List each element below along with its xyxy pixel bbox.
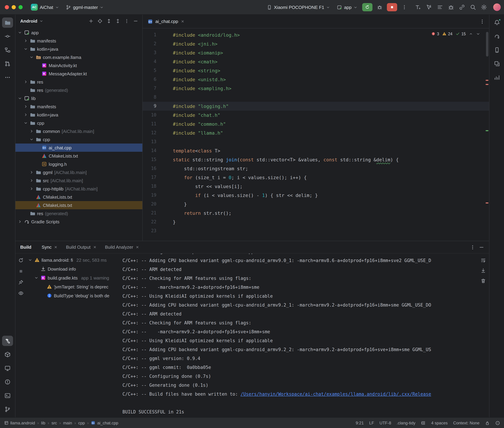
more-run-actions-icon[interactable] [399, 3, 410, 12]
close-tab-icon[interactable] [136, 245, 139, 249]
tree-item[interactable]: cpp [16, 119, 142, 127]
settings-gear-icon[interactable] [479, 2, 489, 12]
code-line[interactable]: #include "chat.h" [165, 111, 489, 120]
run-button[interactable] [362, 3, 372, 11]
tree-item[interactable]: kotlin+java [16, 111, 142, 119]
locate-file-icon[interactable] [96, 17, 104, 25]
line-number[interactable]: 2 [143, 39, 165, 48]
code-line[interactable]: template<class T> [165, 146, 489, 155]
close-window-button[interactable] [5, 5, 9, 9]
project-widget[interactable]: AC AiChat [28, 2, 62, 12]
logcat-tool-icon[interactable] [2, 363, 13, 373]
build-tree-item[interactable]: Download info [26, 264, 119, 273]
indent-size[interactable]: 4 spaces [431, 420, 448, 425]
vcs-branch-widget[interactable]: ggml-master [63, 3, 106, 11]
next-problem-icon[interactable] [476, 32, 480, 36]
build-tool-icon[interactable] [2, 336, 13, 346]
prev-problem-icon[interactable] [469, 32, 473, 36]
build-tab[interactable]: Build Output [62, 241, 101, 253]
breadcrumb-item[interactable]: main [63, 420, 72, 425]
line-number[interactable]: 23 [143, 226, 165, 235]
tree-item[interactable]: com.example.llama [16, 53, 142, 61]
code-line[interactable]: #include <sampling.h> [165, 84, 489, 93]
zoom-window-button[interactable] [18, 5, 23, 9]
run-configuration-selector[interactable]: app [334, 3, 360, 11]
terminal-tool-icon[interactable] [2, 390, 13, 401]
rerun-sync-icon[interactable] [17, 256, 25, 264]
tree-item[interactable]: res [16, 78, 142, 86]
code-line[interactable]: #include "llama.h" [165, 128, 489, 137]
task-list-icon[interactable] [435, 2, 445, 12]
build-options-icon[interactable] [469, 243, 477, 251]
close-tab-icon[interactable] [180, 19, 184, 23]
build-tree-item[interactable]: BuildType 'debug' is both de [26, 291, 119, 300]
line-number[interactable]: 12 [143, 128, 165, 137]
breadcrumb-item[interactable]: lib [41, 420, 45, 425]
build-tree-item[interactable]: 'jvmTarget: String' is deprec [26, 282, 119, 291]
line-number[interactable]: 11 [143, 120, 165, 128]
line-number[interactable]: 20 [143, 200, 165, 209]
device-selector[interactable]: Xiaomi POCOPHONE F1 [264, 3, 333, 11]
code-line[interactable]: #include <unistd.h> [165, 75, 489, 84]
running-devices-tool-icon[interactable] [491, 58, 502, 69]
chevron-right-icon[interactable] [17, 220, 22, 224]
editor-options-icon[interactable] [478, 18, 486, 25]
chevron-down-icon[interactable] [17, 96, 22, 100]
tree-item[interactable]: CMakeLists.txt [16, 152, 142, 160]
chevron-down-icon[interactable] [28, 258, 33, 262]
build-tree-item[interactable]: Kbuild.gradle.ktsapp 1 warning [26, 273, 119, 282]
tree-item[interactable]: manifests [16, 102, 142, 111]
code-style-icon[interactable] [421, 420, 426, 425]
code-line[interactable]: #include <cmath> [165, 57, 489, 66]
line-number[interactable]: 22 [143, 217, 165, 226]
code-line[interactable]: std::ostringstream str; [165, 164, 489, 173]
code-line[interactable]: static std::string join(const std::vecto… [165, 155, 489, 164]
console-link[interactable]: /Users/hanyin/Workspace/ai-chat/examples… [241, 392, 431, 397]
file-encoding[interactable]: UTF-8 [379, 420, 391, 425]
hide-build-panel-icon[interactable] [478, 243, 486, 251]
tree-item[interactable]: res (generated) [16, 86, 142, 94]
inspection-widget[interactable]: 32415 [430, 31, 482, 37]
lock-icon[interactable] [485, 420, 490, 425]
breadcrumb-item[interactable]: C+ai_chat.cpp [91, 420, 118, 425]
line-number[interactable]: 21 [143, 209, 165, 217]
tree-item[interactable]: kotlin+java [16, 45, 142, 53]
build-tree-item[interactable]: llama.android: fi22 sec, 583 ms [26, 255, 119, 264]
line-number[interactable]: 16 [143, 164, 165, 173]
line-number[interactable]: 18 [143, 182, 165, 191]
tree-item[interactable]: cpp [16, 135, 142, 144]
chevron-right-icon[interactable] [29, 187, 34, 191]
breadcrumb-item[interactable]: cpp [78, 420, 85, 425]
chevron-right-icon[interactable] [23, 113, 28, 117]
tree-item[interactable]: KMessageAdapter.kt [16, 70, 142, 78]
close-tab-icon[interactable] [93, 245, 97, 249]
tree-item[interactable]: lib [16, 94, 142, 102]
caret-position[interactable]: 9:21 [356, 420, 364, 425]
code-line[interactable] [165, 137, 489, 146]
resource-manager-tool-icon[interactable] [2, 349, 13, 360]
chevron-right-icon[interactable] [23, 39, 28, 43]
editor-scrollbar[interactable] [486, 32, 488, 57]
soft-wrap-icon[interactable] [479, 256, 488, 264]
line-number[interactable]: 6 [143, 75, 165, 84]
code-line[interactable]: return str.str(); [165, 209, 489, 217]
events-icon[interactable] [495, 420, 500, 425]
code-line[interactable]: } [165, 217, 489, 226]
chevron-right-icon[interactable] [23, 80, 28, 84]
pin-icon[interactable] [17, 278, 25, 286]
code-line[interactable]: #include <string> [165, 66, 489, 75]
breadcrumb-item[interactable]: src [51, 420, 57, 425]
line-number[interactable]: 13 [143, 137, 165, 146]
tree-item[interactable]: Hlogging.h [16, 160, 142, 168]
line-number[interactable]: 19 [143, 191, 165, 200]
line-number[interactable]: 4 [143, 57, 165, 66]
search-everywhere-icon[interactable] [468, 2, 478, 12]
code-line[interactable]: } [165, 200, 489, 209]
line-number[interactable]: 1 [143, 31, 165, 39]
hide-panel-icon[interactable] [131, 17, 140, 25]
line-number[interactable]: 10 [143, 111, 165, 120]
minimize-window-button[interactable] [12, 5, 16, 9]
scroll-to-end-icon[interactable] [479, 266, 488, 275]
clang-tidy[interactable]: .clang-tidy [397, 420, 415, 425]
chevron-down-icon[interactable] [17, 31, 22, 35]
